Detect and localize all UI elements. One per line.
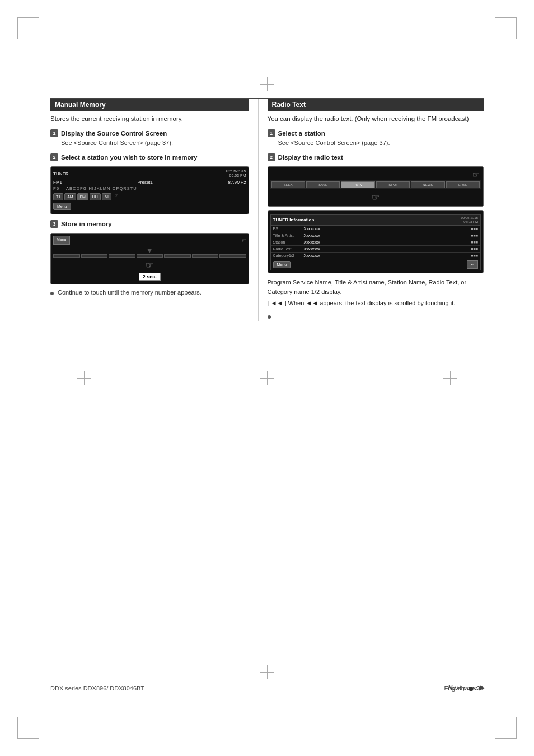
- radio-text-header: Radio Text: [268, 99, 484, 111]
- step-2-label: 2 Select a station you wish to store in …: [50, 153, 197, 161]
- radio-btn-save[interactable]: SAVE: [306, 181, 340, 188]
- footer-circle: [469, 687, 473, 691]
- step-1-text: Display the Source Control Screen: [61, 130, 167, 137]
- store-preset-1[interactable]: [53, 254, 80, 258]
- corner-mark-bl: [17, 717, 39, 739]
- tuner-menu-btn[interactable]: Menu: [53, 203, 71, 210]
- radio-step-2-text: Display the radio text: [278, 154, 343, 161]
- bracket-note-text: [ ◄◄ ] When ◄◄ appears, the text display…: [268, 300, 456, 306]
- footer-lang: English: [444, 685, 465, 692]
- tuner-info-header: TUNER Information 02/05-231505:03 PM: [271, 215, 480, 226]
- radio-desc2: [ ◄◄ ] When ◄◄ appears, the text display…: [268, 298, 484, 308]
- tuner-info-ps-row: PS Xxxxxxxx ■■■: [271, 226, 480, 232]
- step-2: 2 Select a station you wish to store in …: [50, 152, 249, 215]
- step-1-num: 1: [50, 129, 58, 137]
- radio-step-1-label: 1 Select a station: [268, 129, 325, 137]
- radio-btn-seek[interactable]: SEEK: [271, 181, 305, 188]
- manual-memory-header: Manual Memory: [50, 99, 249, 111]
- store-preset-5[interactable]: [164, 254, 191, 258]
- tuner-btn-ni[interactable]: NI: [102, 193, 111, 200]
- tuner-info-artist-row: Title & Artist Xxxxxxxx ■■■: [271, 232, 480, 239]
- tuner-info-radiotext-label: Radio Text: [273, 247, 304, 251]
- radio-text-section: Radio Text You can display the radio tex…: [259, 99, 484, 321]
- radio-step-1-text: Select a station: [278, 130, 325, 137]
- manual-memory-intro: Stores the current receiving station in …: [50, 114, 249, 124]
- manual-memory-section: Manual Memory Stores the current receivi…: [50, 99, 259, 321]
- step-2-num: 2: [50, 153, 58, 161]
- store-preset-3[interactable]: [109, 254, 135, 258]
- store-buttons-row: [53, 254, 246, 258]
- tuner-screen-header: TUNER 02/05-231505:03 PM: [53, 169, 246, 179]
- store-screen-inner: Menu ☞ ▼: [51, 234, 249, 284]
- page-footer: DDX series DDX896/ DDX8046BT Next page ▶: [50, 684, 484, 692]
- footer-page-num: 39: [477, 685, 484, 692]
- tuner-info-radiotext-row: Radio Text Xxxxxxxx ■■■: [271, 246, 480, 253]
- store-menu-btn[interactable]: Menu: [53, 236, 70, 245]
- tuner-btn-fm[interactable]: FM: [77, 193, 88, 200]
- radio-btn-crse[interactable]: CRSE: [446, 181, 480, 188]
- store-preset-4[interactable]: [137, 254, 163, 258]
- tuner-screen-inner: TUNER 02/05-231505:03 PM FM1 Preset1 87.…: [51, 167, 249, 214]
- tuner-menu-row: Menu: [53, 203, 246, 210]
- tuner-btn-am[interactable]: AM: [64, 193, 76, 200]
- tuner-buttons: T1 AM FM HH NI ☞: [53, 193, 246, 200]
- tuner-info-artist-label: Title & Artist: [273, 234, 304, 237]
- tuner-info-time: 02/05-231505:03 PM: [461, 216, 478, 224]
- tuner-info-menu-btn[interactable]: Menu: [273, 261, 291, 268]
- tuner-preset: Preset1: [137, 180, 153, 185]
- down-arrow: ▼: [53, 246, 246, 254]
- radio-btn-input[interactable]: INPUT: [376, 181, 410, 188]
- store-preset-6[interactable]: [192, 254, 219, 258]
- bullet-dot-right: [268, 315, 271, 319]
- radio-step-2: 2 Display the radio text ☞ SEEK SAVE PRT…: [268, 152, 484, 273]
- finger-icon-step2: ☞: [115, 193, 118, 200]
- tuner-screen-mockup: TUNER 02/05-231505:03 PM FM1 Preset1 87.…: [50, 166, 249, 215]
- tuner-title: TUNER: [53, 171, 69, 176]
- crosshair-top: [260, 77, 274, 91]
- corner-mark-br: [495, 717, 517, 739]
- tuner-info-ps-label: PS: [273, 227, 304, 231]
- corner-mark-tl: [17, 17, 39, 39]
- tuner-info-category-icon: ■■■: [471, 254, 478, 258]
- bullet-dot-left: [50, 292, 54, 295]
- radio-btn-news[interactable]: NEWS: [411, 181, 444, 188]
- tuner-btn-hh[interactable]: HH: [90, 193, 101, 200]
- step-3-label: 3 Store in memory: [50, 220, 112, 228]
- step-3-num: 3: [50, 220, 58, 228]
- radio-step-1-sub: See <Source Control Screen> (page 37).: [268, 139, 484, 147]
- store-preset-7[interactable]: [219, 254, 246, 258]
- tuner-info-category-value: Xxxxxxxx: [304, 254, 470, 258]
- tuner-info-category-label: Category1/2: [273, 254, 304, 258]
- store-footer-note: Continue to touch until the memory numbe…: [50, 288, 249, 297]
- store-finger-bottom: ☞: [146, 260, 153, 270]
- crosshair-bottom: [260, 665, 274, 679]
- radio-btn-prtv[interactable]: PRTV: [341, 181, 374, 188]
- step-2-text: Select a station you wish to store in me…: [61, 154, 197, 161]
- step-1: 1 Display the Source Control Screen See …: [50, 128, 249, 147]
- tuner-info-artist-value: Xxxxxxxx: [304, 234, 470, 237]
- radio-finger-icon: ☞: [472, 170, 480, 179]
- tuner-btn-t1[interactable]: T1: [53, 193, 63, 200]
- store-preset-2[interactable]: [81, 254, 108, 258]
- store-finger-top: ☞: [239, 236, 246, 245]
- tuner-info-screen-mockup: TUNER Information 02/05-231505:03 PM PS …: [268, 210, 484, 273]
- tuner-freq: 87.9MHz: [228, 180, 246, 185]
- tuner-info-radiotext-value: Xxxxxxxx: [304, 247, 470, 251]
- radio-step-1: 1 Select a station See <Source Control S…: [268, 128, 484, 147]
- tuner-info-back-btn[interactable]: ←: [467, 260, 478, 269]
- tuner-info-radiotext-icon: ■■■: [471, 247, 478, 251]
- tuner-info-screen-inner: TUNER Information 02/05-231505:03 PM PS …: [268, 211, 483, 273]
- radio-text-title: Radio Text: [272, 101, 306, 109]
- radio-finger-mid-icon: ☞: [372, 193, 380, 202]
- radio-finger-top: ☞: [270, 169, 481, 180]
- tuner-info-row: FM1 Preset1 87.9MHz: [53, 180, 246, 185]
- manual-memory-title: Manual Memory: [55, 101, 106, 109]
- corner-mark-tr: [495, 17, 517, 39]
- store-screen-mockup: Menu ☞ ▼: [50, 233, 249, 284]
- tuner-info-menu-row: Menu ←: [271, 259, 480, 270]
- radio-top-btns: SEEK SAVE PRTV INPUT NEWS CRSE: [270, 180, 481, 189]
- radio-step-1-num: 1: [268, 129, 275, 137]
- tuner-info-artist-icon: ■■■: [471, 234, 478, 237]
- radio-step-2-num: 2: [268, 153, 275, 161]
- tuner-time: 02/05-231505:03 PM: [226, 169, 246, 179]
